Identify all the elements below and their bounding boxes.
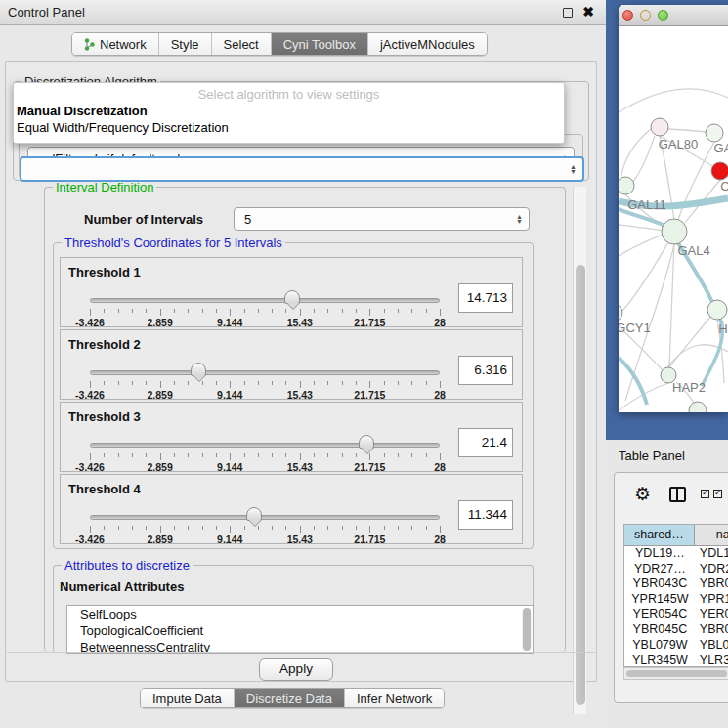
table-cell[interactable]: YDR2 <box>696 562 728 578</box>
column-header-shared-name[interactable]: shared… <box>624 525 695 545</box>
threshold-slider-track[interactable] <box>90 515 440 520</box>
network-graph: GAL80GACGAL11GAL4GCY1HHAP2 <box>619 26 728 412</box>
popup-option-manual-discretization[interactable]: Manual Discretization <box>17 104 148 118</box>
checkbox-icon[interactable] <box>713 490 722 498</box>
table-cell[interactable]: YBL0 <box>696 638 728 654</box>
slider-tick <box>216 309 217 313</box>
tab-jactivemnodules[interactable]: jActiveMNodules <box>368 33 487 55</box>
apply-button[interactable]: Apply <box>259 658 333 681</box>
slider-tick <box>327 453 328 457</box>
network-node[interactable] <box>706 124 723 142</box>
threshold-value-field[interactable]: 11.344 <box>458 500 513 530</box>
zoom-traffic-light[interactable] <box>658 10 668 21</box>
network-node[interactable] <box>619 177 634 194</box>
network-node[interactable] <box>689 402 707 412</box>
slider-tick <box>314 526 315 530</box>
table-horizontal-scrollbar[interactable] <box>623 667 728 680</box>
slider-scale-label: 2.859 <box>147 461 172 473</box>
network-node[interactable] <box>662 219 687 244</box>
slider-tick <box>132 309 133 313</box>
slider-tick <box>202 453 203 457</box>
table-cell[interactable]: YBL079W <box>624 638 696 654</box>
popup-option-equal-width-frequency[interactable]: Equal Width/Frequency Discretization <box>17 120 229 135</box>
slider-tick <box>174 309 175 313</box>
table-cell[interactable]: YLR3 <box>696 653 728 667</box>
tab-discretize-data[interactable]: Discretize Data <box>235 689 345 707</box>
columns-icon[interactable] <box>669 487 686 502</box>
threshold-slider-handle[interactable] <box>284 290 300 304</box>
threshold-slider-handle[interactable] <box>191 363 206 376</box>
threshold-slider-handle[interactable] <box>359 435 374 449</box>
network-node[interactable] <box>707 300 727 320</box>
slider-tick <box>384 309 385 313</box>
slider-tick <box>104 309 105 313</box>
tab-impute-data[interactable]: Impute Data <box>141 689 235 707</box>
table-row[interactable]: YBR043CYBR0 <box>624 577 728 592</box>
table-cell[interactable]: YDR27… <box>624 562 696 578</box>
table-cell[interactable]: YLR345W <box>624 653 696 667</box>
tab-select[interactable]: Select <box>212 33 272 55</box>
float-icon[interactable] <box>563 8 573 18</box>
table-row[interactable]: YBL079WYBL0 <box>624 638 728 654</box>
slider-tick <box>440 309 441 316</box>
tab-network[interactable]: Network <box>72 33 159 55</box>
slider-tick <box>216 381 217 385</box>
table-row[interactable]: YPR145WYPR1 <box>624 592 728 608</box>
network-node-label: GAL11 <box>627 197 666 212</box>
minimize-traffic-light[interactable] <box>640 10 651 21</box>
table-row[interactable]: YLR345WYLR3 <box>624 653 728 667</box>
threshold-value-field[interactable]: 14.713 <box>458 283 513 313</box>
threshold-value-field[interactable]: 6.316 <box>458 356 513 385</box>
number-of-intervals-combobox[interactable]: 5 ▲▼ <box>234 207 530 231</box>
list-item[interactable]: TopologicalCoefficient <box>67 622 533 639</box>
column-header-name[interactable]: na <box>695 525 728 545</box>
table-row[interactable]: YDR27…YDR2 <box>624 562 728 578</box>
gear-icon[interactable]: ⚙ <box>634 483 651 505</box>
threshold-slider-track[interactable] <box>90 370 440 375</box>
table-cell[interactable]: YDL1 <box>696 546 728 562</box>
network-node[interactable] <box>619 304 622 321</box>
numerical-attributes-list[interactable]: SelfLoops TopologicalCoefficient Between… <box>66 605 534 654</box>
threshold-slider-track[interactable] <box>90 298 440 303</box>
network-node-label: H <box>718 321 727 336</box>
slider-tick <box>258 453 259 457</box>
table-panel-title: Table Panel <box>619 449 685 463</box>
panel-titlebar: Control Panel ✖ <box>0 0 606 25</box>
threshold-slider-track[interactable] <box>90 443 440 448</box>
panel-scrollbar[interactable] <box>573 187 586 714</box>
table-row[interactable]: YDL19…YDL1 <box>624 546 728 562</box>
list-scrollbar[interactable] <box>522 608 532 651</box>
table-cell[interactable]: YER054C <box>624 607 696 622</box>
table-row[interactable]: YER054CYER0 <box>624 607 728 622</box>
close-traffic-light[interactable] <box>622 10 633 21</box>
table-cell[interactable]: YDL19… <box>624 546 696 562</box>
table-cell[interactable]: YPR145W <box>624 592 696 608</box>
checkbox-icon[interactable] <box>701 490 709 498</box>
table-cell[interactable]: YBR045C <box>624 622 696 638</box>
table-cell[interactable]: YPR1 <box>696 592 728 608</box>
slider-ticks <box>90 309 440 317</box>
slider-tick <box>118 526 119 530</box>
threshold-slider-handle[interactable] <box>246 507 262 521</box>
slider-tick <box>426 453 427 457</box>
table-row[interactable]: YBR045CYBR0 <box>624 622 728 638</box>
network-node[interactable] <box>711 162 728 180</box>
table-cell[interactable]: YER0 <box>696 607 728 622</box>
divider <box>7 652 595 653</box>
table-cell[interactable]: YBR0 <box>696 577 728 592</box>
table-cell[interactable]: YBR0 <box>696 622 728 638</box>
list-item[interactable]: SelfLoops <box>67 606 533 622</box>
network-window-titlebar[interactable] <box>619 5 728 26</box>
algorithm-combobox[interactable]: ▲▼ <box>20 156 584 182</box>
slider-tick <box>272 381 273 385</box>
tab-cyni-toolbox[interactable]: Cyni Toolbox <box>272 33 368 55</box>
close-icon[interactable]: ✖ <box>582 4 594 20</box>
slider-scale-label: 9.144 <box>217 389 242 401</box>
network-canvas[interactable]: GAL80GACGAL11GAL4GCY1HHAP2 <box>619 26 728 412</box>
tab-infer-network[interactable]: Infer Network <box>345 689 444 707</box>
tab-style[interactable]: Style <box>159 33 212 55</box>
network-node[interactable] <box>651 118 668 136</box>
threshold-value-field[interactable]: 21.4 <box>458 428 513 457</box>
table-cell[interactable]: YBR043C <box>624 577 696 592</box>
slider-tick <box>188 309 189 313</box>
